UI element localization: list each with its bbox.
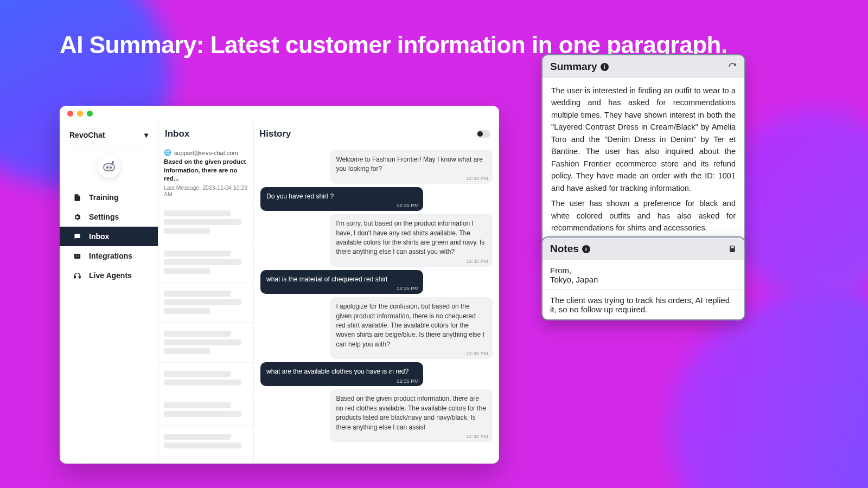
message-timestamp: 12:35 PM [466, 433, 488, 440]
message-timestamp: 12:35 PM [466, 350, 488, 357]
bot-message: I'm sorry, but based on the product info… [330, 214, 493, 267]
code-icon [73, 252, 81, 260]
inbox-title: Inbox [158, 121, 253, 145]
gear-icon [73, 213, 81, 221]
bot-message: Based on the given product information, … [330, 389, 493, 442]
history-column: History Welcome to Fashion Frontier! May… [254, 121, 499, 464]
app-window: RevoChat ▾ Training [60, 106, 499, 464]
sidebar-item-label: Integrations [89, 252, 132, 260]
sidebar-item-training[interactable]: Training [60, 188, 158, 207]
bot-message: Welcome to Fashion Frontier! May I know … [330, 150, 493, 184]
sidebar-item-label: Inbox [89, 232, 109, 241]
inbox-from: support@revo-chat.com [174, 150, 238, 156]
chevron-down-icon: ▾ [144, 131, 148, 139]
info-icon[interactable]: i [601, 63, 609, 71]
svg-rect-6 [79, 276, 80, 278]
info-icon[interactable]: i [582, 245, 590, 253]
summary-title: Summary [550, 61, 597, 73]
svg-point-1 [106, 166, 108, 169]
svg-rect-0 [104, 164, 114, 171]
summary-paragraph: The user has shown a preference for blac… [551, 197, 736, 234]
chat-log: Welcome to Fashion Frontier! May I know … [254, 145, 499, 464]
inbox-item-placeholder[interactable] [158, 363, 253, 394]
svg-rect-5 [74, 276, 75, 278]
notes-from-value: Tokyo, Japan [550, 275, 737, 284]
sidebar-item-integrations[interactable]: Integrations [60, 246, 158, 266]
inbox-item-placeholder[interactable] [158, 202, 253, 242]
inbox-column: Inbox 🌐 support@revo-chat.com Based on t… [158, 121, 254, 464]
svg-point-3 [112, 161, 114, 163]
message-timestamp: 12:35 PM [466, 258, 488, 265]
notes-from: From, Tokyo, Japan [542, 260, 744, 290]
svg-point-2 [110, 166, 112, 169]
message-timestamp: 12:35 PM [397, 285, 419, 292]
sidebar-item-settings[interactable]: Settings [60, 207, 158, 227]
chat-icon [73, 233, 81, 241]
notes-body[interactable]: The client was trying to track his order… [542, 290, 744, 319]
summary-panel: Summary i The user is interested in find… [541, 54, 745, 247]
globe-icon: 🌐 [164, 149, 171, 156]
sidebar-item-inbox[interactable]: Inbox [60, 227, 158, 246]
maximize-icon[interactable] [87, 111, 93, 117]
bot-avatar [60, 150, 158, 188]
close-icon[interactable] [67, 111, 73, 117]
user-message: Do you have red shirt ?12:35 PM [260, 187, 423, 211]
inbox-item[interactable]: 🌐 support@revo-chat.com Based on the giv… [158, 145, 253, 202]
inbox-excerpt: Based on the given product information, … [164, 158, 248, 183]
history-title: History [259, 129, 291, 139]
workspace-name: RevoChat [69, 131, 105, 139]
refresh-icon[interactable] [728, 62, 737, 71]
workspace-select[interactable]: RevoChat ▾ [69, 131, 148, 145]
message-timestamp: 12:34 PM [466, 175, 488, 182]
bot-message: I apologize for the confusion, but based… [330, 297, 493, 359]
robot-icon [102, 160, 116, 172]
notes-body-text: The client was trying to track his order… [550, 296, 737, 314]
sidebar-item-label: Live Agents [89, 271, 132, 280]
svg-rect-4 [74, 254, 80, 259]
inbox-item-placeholder[interactable] [158, 323, 253, 363]
inbox-item-placeholder[interactable] [158, 426, 253, 457]
inbox-item-placeholder[interactable] [158, 242, 253, 282]
summary-paragraph: The user is interested in finding an out… [551, 85, 736, 194]
minimize-icon[interactable] [77, 111, 83, 117]
inbox-item-placeholder[interactable] [158, 282, 253, 323]
window-titlebar [60, 106, 499, 121]
sidebar-item-live-agents[interactable]: Live Agents [60, 266, 158, 285]
notes-from-label: From, [550, 266, 737, 275]
inbox-item-placeholder[interactable] [158, 394, 253, 426]
inbox-meta: Last Message: 2023-11-04 10:29 AM [164, 184, 248, 197]
headset-icon [73, 272, 81, 280]
message-timestamp: 12:35 PM [397, 377, 419, 385]
document-icon [73, 194, 81, 202]
sidebar-item-label: Training [89, 193, 118, 202]
notes-title: Notes [550, 243, 579, 255]
user-message: what is the material of chequered red sh… [260, 270, 423, 294]
sidebar-item-label: Settings [89, 213, 119, 221]
toggle-switch[interactable] [476, 130, 490, 138]
save-icon[interactable] [728, 245, 737, 253]
sidebar: RevoChat ▾ Training [60, 121, 158, 464]
message-timestamp: 12:35 PM [397, 202, 419, 209]
notes-panel: Notes i From, Tokyo, Japan The client wa… [541, 236, 745, 320]
user-message: what are the available clothes you have … [260, 362, 423, 386]
